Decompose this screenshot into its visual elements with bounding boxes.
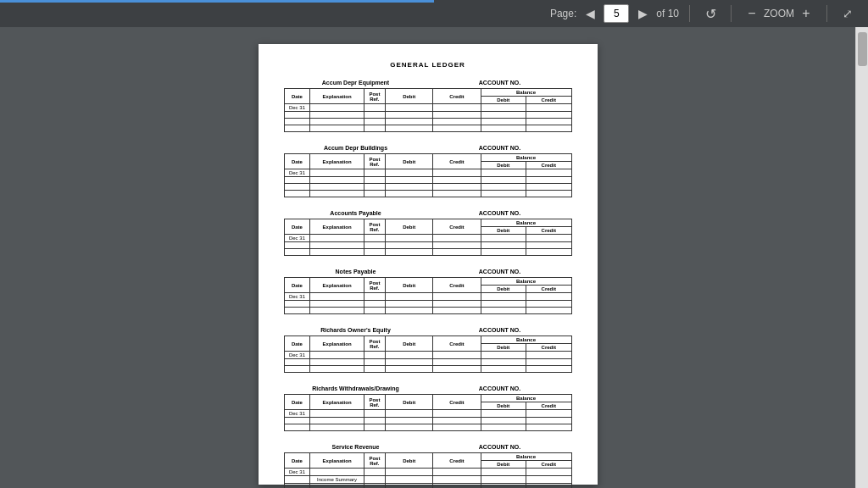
ledger-section-1: Accum Depr Equipment ACCOUNT NO. Date Ex… xyxy=(284,75,572,132)
page-label: Page: xyxy=(550,8,576,19)
zoom-out-button[interactable]: − xyxy=(742,3,762,24)
account-name-6: Richards Withdrawals/Drawing xyxy=(312,385,399,391)
table-row xyxy=(284,119,571,125)
scroll-handle[interactable] xyxy=(858,32,867,66)
th-expl: Explanation xyxy=(310,453,364,469)
reset-button[interactable]: ↺ xyxy=(700,3,721,24)
toolbar: Page: ◀ ▶ of 10 ↺ − ZOOM + ⤢ xyxy=(0,0,868,27)
th-credit: Credit xyxy=(433,154,481,169)
th-date: Date xyxy=(284,89,310,104)
th-post: Post Ref. xyxy=(364,219,385,235)
ledger-section-6: Richards Withdrawals/Drawing ACCOUNT NO.… xyxy=(284,381,572,431)
ledger-section-7: Service Revenue ACCOUNT NO. Date Explana… xyxy=(284,440,572,488)
th-balance: Balance xyxy=(481,219,571,227)
total-pages: of 10 xyxy=(656,8,679,19)
table-row: Dec 31 xyxy=(284,469,571,476)
table-row xyxy=(284,359,571,366)
account-name-5: Richards Owner's Equity xyxy=(320,327,391,333)
table-row: Dec 31 xyxy=(284,235,571,242)
th-credit: Credit xyxy=(433,89,481,104)
th-post: Post Ref. xyxy=(364,154,385,169)
page-title: GENERAL LEDGER xyxy=(284,61,572,69)
th-bal-debit: Debit xyxy=(481,286,526,293)
th-bal-debit: Debit xyxy=(481,162,526,169)
table-row: Dec 31 xyxy=(284,104,571,112)
table-row xyxy=(284,112,571,119)
account-no-7: ACCOUNT NO. xyxy=(479,444,520,450)
account-name-1: Accum Depr Equipment xyxy=(322,80,389,86)
account-name-7: Service Revenue xyxy=(331,444,379,450)
prev-page-button[interactable]: ◀ xyxy=(580,3,600,24)
table-row: Dec 31 xyxy=(284,169,571,177)
th-balance: Balance xyxy=(481,453,571,461)
th-debit: Debit xyxy=(386,154,433,169)
expand-button[interactable]: ⤢ xyxy=(837,3,858,24)
ledger-section-3: Accounts Payable ACCOUNT NO. Date Explan… xyxy=(284,206,572,256)
table-row xyxy=(284,418,571,424)
th-date: Date xyxy=(284,154,310,169)
table-row: Income Summary xyxy=(284,476,571,484)
th-post: Post Ref. xyxy=(364,453,385,469)
th-debit: Debit xyxy=(386,89,433,104)
th-balance: Balance xyxy=(481,278,571,286)
th-bal-debit: Debit xyxy=(481,461,526,469)
table-row xyxy=(284,484,571,489)
zoom-controls: − ZOOM + xyxy=(742,3,816,24)
th-credit: Credit xyxy=(433,219,481,235)
th-balance: Balance xyxy=(481,395,571,402)
table-row: Dec 31 xyxy=(284,410,571,418)
account-no-5: ACCOUNT NO. xyxy=(479,327,520,333)
th-bal-credit: Credit xyxy=(526,227,571,235)
th-debit: Debit xyxy=(386,453,433,469)
th-bal-credit: Credit xyxy=(526,402,571,410)
table-row xyxy=(284,184,571,191)
th-bal-credit: Credit xyxy=(526,344,571,352)
th-bal-debit: Debit xyxy=(481,227,526,235)
th-expl: Explanation xyxy=(310,336,364,352)
th-debit: Debit xyxy=(386,336,433,352)
ledger-table-7: Date Explanation Post Ref. Debit Credit … xyxy=(284,452,572,488)
divider-1 xyxy=(689,5,690,22)
table-row xyxy=(284,424,571,431)
ledger-section-5: Richards Owner's Equity ACCOUNT NO. Date… xyxy=(284,323,572,373)
ledger-table-4: Date Explanation Post Ref. Debit Credit … xyxy=(284,277,572,314)
th-expl: Explanation xyxy=(310,154,364,169)
th-credit: Credit xyxy=(433,336,481,352)
th-credit: Credit xyxy=(433,278,481,293)
account-name-2: Accum Depr Buildings xyxy=(324,145,387,151)
th-bal-credit: Credit xyxy=(526,461,571,469)
th-bal-debit: Debit xyxy=(481,402,526,410)
th-credit: Credit xyxy=(433,453,481,469)
th-expl: Explanation xyxy=(310,219,364,235)
table-row xyxy=(284,308,571,314)
th-balance: Balance xyxy=(481,154,571,162)
divider-2 xyxy=(731,5,732,22)
th-bal-debit: Debit xyxy=(481,97,526,104)
pdf-page: GENERAL LEDGER Accum Depr Equipment ACCO… xyxy=(259,44,598,485)
page-number-input[interactable] xyxy=(604,4,629,23)
th-post: Post Ref. xyxy=(364,278,385,293)
th-balance: Balance xyxy=(481,336,571,344)
th-post: Post Ref. xyxy=(364,395,385,410)
account-no-2: ACCOUNT NO. xyxy=(479,145,520,151)
th-expl: Explanation xyxy=(310,89,364,104)
th-post: Post Ref. xyxy=(364,336,385,352)
th-post: Post Ref. xyxy=(364,89,385,104)
ledger-section-4: Notes Payable ACCOUNT NO. Date Explanati… xyxy=(284,264,572,314)
table-row xyxy=(284,177,571,184)
th-date: Date xyxy=(284,278,310,293)
th-debit: Debit xyxy=(386,278,433,293)
ledger-table-5: Date Explanation Post Ref. Debit Credit … xyxy=(284,336,572,373)
th-debit: Debit xyxy=(386,219,433,235)
th-debit: Debit xyxy=(386,395,433,410)
zoom-in-button[interactable]: + xyxy=(796,3,816,24)
next-page-button[interactable]: ▶ xyxy=(632,3,653,24)
table-row xyxy=(284,125,571,132)
account-name-4: Notes Payable xyxy=(336,269,376,274)
th-date: Date xyxy=(284,219,310,235)
th-balance: Balance xyxy=(481,89,571,97)
scrollbar[interactable] xyxy=(855,27,868,488)
table-row xyxy=(284,366,571,373)
pdf-viewer[interactable]: GENERAL LEDGER Accum Depr Equipment ACCO… xyxy=(0,27,855,488)
table-row xyxy=(284,191,571,197)
